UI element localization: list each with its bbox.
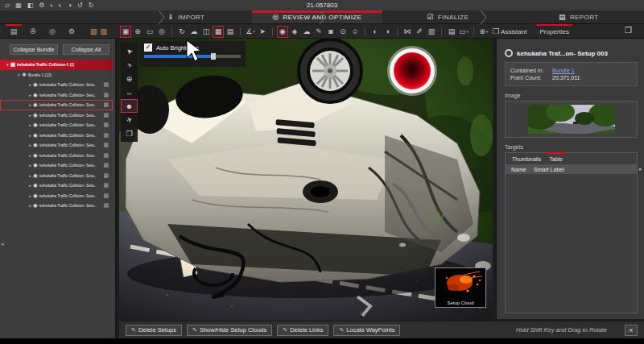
tree-expand-caret[interactable]: ▾ <box>16 73 22 77</box>
panorama-view-tool-icon[interactable]: ▦ <box>213 26 224 38</box>
workflow-tab-report[interactable]: ▤REPORT <box>514 10 644 23</box>
tree-expand-caret[interactable]: ▾ <box>5 62 10 67</box>
collapse-bundle-button[interactable]: Collapse Bundle <box>10 44 58 55</box>
brightness-slider-handle[interactable] <box>211 53 216 60</box>
tree-setup-row[interactable]: ▸◉kehukaha Traffic Collision- Setu...▩ <box>0 180 113 191</box>
dropdown-caret-icon[interactable]: ▾ <box>253 29 255 34</box>
tree-setup-row[interactable]: ▸◉kehukaha Traffic Collision- Setu...▩ <box>0 131 113 141</box>
clipboard-tool-icon[interactable]: ▥ <box>426 26 437 38</box>
column-name[interactable]: Name <box>506 167 534 172</box>
tree-root-bundle[interactable]: ▾▣kehukaha Traffic Collision-1 (1) <box>0 60 113 70</box>
move-tool-icon[interactable]: ⊕ <box>121 72 138 85</box>
tab-targets[interactable]: ◎ <box>43 24 62 39</box>
tree-setup-row[interactable]: ▸◉kehukaha Traffic Collision- Setu...▩ <box>0 191 113 201</box>
panorama-viewport[interactable]: ➤➢⊕↔☻✈❒ ✓ Auto Brightness <box>119 39 493 321</box>
layout-tool-icon[interactable]: ▣ <box>120 26 131 38</box>
link-setups-tool-icon[interactable]: ⋈ <box>402 26 413 38</box>
cloud-import-tool-icon[interactable]: ☁ <box>188 26 200 38</box>
measure-tool-icon[interactable]: ∡▾ <box>245 26 256 38</box>
workflow-tab-review-and-optimize[interactable]: ◎REVIEW AND OPTIMIZE <box>252 10 383 23</box>
person-view-tool-icon[interactable]: ☻ <box>121 99 138 113</box>
tree-expand-caret[interactable]: ▸ <box>27 82 33 87</box>
scan-position-marker[interactable] <box>387 46 437 96</box>
bundle-link[interactable]: Bundle 1 <box>552 68 575 73</box>
draw-line-tool-icon[interactable]: ✐ <box>414 26 425 38</box>
tree-setup-row[interactable]: ▸◉kehukaha Traffic Collision- Setu...▩ <box>0 120 113 131</box>
tag-tool-icon[interactable]: ◈ <box>289 26 300 38</box>
setup-image-box[interactable] <box>505 101 638 138</box>
tree-expand-caret[interactable]: ▸ <box>27 203 33 208</box>
snapshot-tool-icon[interactable]: ◙ <box>325 26 336 38</box>
tree-expand-caret[interactable]: ▸ <box>27 113 33 118</box>
tree-expand-caret[interactable]: ▸ <box>27 153 33 158</box>
auto-brightness-checkbox[interactable]: ✓ <box>144 44 152 52</box>
setup-cloud-thumbnail[interactable]: Setup Cloud <box>435 267 486 308</box>
tree-expand-caret[interactable]: ▸ <box>27 193 33 198</box>
pedestrian-tool-icon[interactable]: ☺ <box>349 26 361 38</box>
tab-properties[interactable]: Properties <box>538 24 570 39</box>
orbit-view-tool-icon[interactable]: ⊕▾ <box>478 26 489 38</box>
select-arrow-tool-icon[interactable]: ➤ <box>121 44 138 58</box>
measure-width-tool-icon[interactable]: ↔ <box>121 85 138 99</box>
workflow-tab-import[interactable]: ⇓IMPORT <box>0 10 252 23</box>
pan-tool-icon[interactable]: ⊕ <box>132 26 143 38</box>
toggle-image-list-icon[interactable]: ▧ <box>90 27 97 35</box>
left-panel-collapse-arrow[interactable]: ◂ <box>1 241 4 247</box>
tree-setup-row[interactable]: ▸◉kehukaha Traffic Collision- Setu...▩ <box>0 80 113 90</box>
tree-setup-row[interactable]: ▸◉kehukaha Traffic Collision- Setu...▩ <box>0 140 113 151</box>
tree-expand-caret[interactable]: ▸ <box>27 173 33 178</box>
close-viewer-button[interactable]: × <box>625 325 638 336</box>
tree-expand-caret[interactable]: ▸ <box>27 143 33 147</box>
zoom-tool-icon[interactable]: ◎ <box>156 26 167 38</box>
geo-reference-tool-icon[interactable]: ◑ <box>382 26 393 38</box>
tree-setup-row[interactable]: ▸◉kehukaha Traffic Collision- Setu...▩ <box>0 90 113 101</box>
waypoint-tool-icon[interactable]: ⊙ <box>337 26 349 38</box>
fly-tool-icon[interactable]: ✈ <box>121 113 138 126</box>
delete-links-button[interactable]: ✎Delete Links <box>277 325 328 336</box>
tree-expand-caret[interactable]: ▸ <box>27 122 33 127</box>
tree-setup-row[interactable]: ▸◉kehukaha Traffic Collision- Setu...▩ <box>0 110 113 121</box>
tree-expand-caret[interactable]: ▸ <box>27 183 33 188</box>
tab-table[interactable]: Table <box>549 156 563 162</box>
cube-view-tool-icon[interactable]: ❒ <box>121 126 138 140</box>
toggle-image-grid-icon[interactable]: ▨ <box>101 27 108 35</box>
panel-layout-icon[interactable]: ❐ <box>625 26 632 35</box>
tree-setup-row[interactable]: ▸◉kehukaha Traffic Collision- Setu...▩ <box>0 171 113 181</box>
marquee-select-tool-icon[interactable]: ▭ <box>144 26 155 38</box>
tree-setup-row[interactable]: ▸◉kehukaha Traffic Collision- Setu...▩ <box>0 151 113 161</box>
rotate-view-tool-icon[interactable]: ↻ <box>176 26 188 38</box>
target-tool-icon[interactable]: ◉ <box>277 26 288 38</box>
dropdown-caret-icon[interactable]: ▾ <box>467 29 469 34</box>
globe-view-tool-icon[interactable]: ◐ <box>369 26 381 38</box>
view-rectangle-tool-icon[interactable]: ▭▾ <box>458 26 469 38</box>
tree-expand-caret[interactable]: ▸ <box>27 102 33 107</box>
annotate-tool-icon[interactable]: ✎ <box>313 26 324 38</box>
tree-expand-caret[interactable]: ▸ <box>27 133 33 138</box>
viewer-action-bar: ✎Delete Setups✎Show/Hide Setup Clouds✎De… <box>119 321 644 338</box>
delete-setups-button[interactable]: ✎Delete Setups <box>126 325 182 336</box>
tree-bundle[interactable]: ▾❖Bundle 1 (13) <box>0 70 113 81</box>
show-hide-setup-clouds-button[interactable]: ✎Show/Hide Setup Clouds <box>187 325 272 336</box>
tree-expand-caret[interactable]: ▸ <box>27 163 33 168</box>
tree-setup-row[interactable]: ▸◉kehukaha Traffic Collision- Setu...▩ <box>0 100 113 110</box>
bubble-view-tool-icon[interactable]: ◫ <box>200 26 212 38</box>
tree-setup-row[interactable]: ▸◉kehukaha Traffic Collision- Setu...▩ <box>0 201 113 211</box>
tab-assistant[interactable]: Assistant <box>499 24 528 39</box>
column-smart-label[interactable]: Smart Label <box>534 167 564 172</box>
tree-setup-row[interactable]: ▸◉kehukaha Traffic Collision- Setu...▩ <box>0 160 113 171</box>
pick-point-tool-icon[interactable]: ➤ <box>257 26 268 38</box>
tab-attachments[interactable]: ✇ <box>23 24 43 39</box>
tab-processing-settings[interactable]: ⚙ <box>62 24 81 39</box>
tab-project-structure[interactable]: ▤ <box>4 24 23 39</box>
toolbar-splitter-handle[interactable]: ⋮ <box>489 27 495 34</box>
lasso-select-tool-icon[interactable]: ➢ <box>121 58 138 72</box>
planar-view-tool-icon[interactable]: ▤ <box>225 26 236 38</box>
workflow-tab-finalize[interactable]: ☑FINALIZE <box>382 10 514 23</box>
cloud-tool-icon[interactable]: ☁ <box>301 26 312 38</box>
right-panel-collapse-arrow[interactable]: ▸ <box>639 166 642 172</box>
locate-waypoints-button[interactable]: ✎Locate WayPoints <box>333 325 400 336</box>
tab-thumbnails[interactable]: Thumbnails <box>512 156 541 162</box>
collapse-all-button[interactable]: Collapse All <box>63 44 109 55</box>
setup-document-tool-icon[interactable]: ▤ <box>446 26 457 38</box>
tree-expand-caret[interactable]: ▸ <box>27 93 33 97</box>
